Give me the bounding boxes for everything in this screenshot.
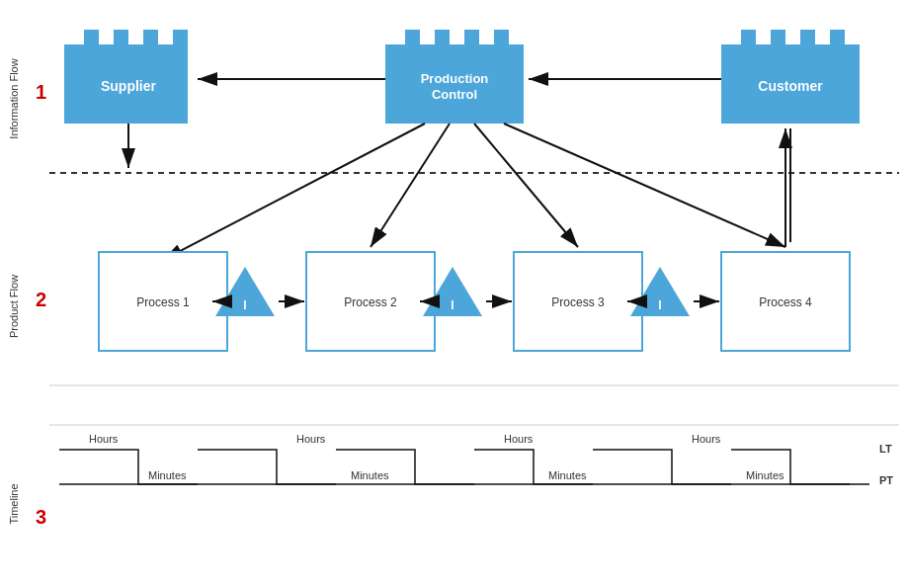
svg-text:I: I (243, 298, 246, 312)
minutes-label-2: Minutes (351, 469, 389, 481)
section-label-1: Information Flow (8, 58, 20, 138)
svg-text:Customer: Customer (758, 78, 823, 94)
svg-text:I: I (658, 298, 661, 312)
arrow-pc-to-p2 (371, 124, 450, 247)
factory-production-control: Production Control (385, 30, 524, 124)
svg-text:Process 1: Process 1 (136, 295, 190, 309)
factory-customer: Customer (721, 30, 860, 124)
svg-text:Process 3: Process 3 (551, 295, 605, 309)
inventory-triangle-1 (215, 267, 275, 316)
hours-label-2: Hours (296, 433, 326, 445)
process-box-2 (306, 252, 435, 351)
timeline-step-2 (198, 450, 336, 484)
hours-label-3: Hours (504, 433, 534, 445)
timeline-step-5 (593, 450, 731, 484)
arrow-pc-to-p3 (474, 124, 578, 247)
diagram-svg: Supplier Production Control Customer (0, 0, 907, 588)
svg-text:I: I (451, 298, 454, 312)
pt-label: PT (879, 474, 893, 486)
arrow-pc-to-p1 (163, 124, 425, 260)
process-box-1 (99, 252, 227, 351)
section-label-2: Product Flow (8, 275, 20, 338)
minutes-label-4: Minutes (746, 469, 784, 481)
svg-text:Process 2: Process 2 (344, 295, 397, 309)
svg-text:Process 4: Process 4 (759, 295, 812, 309)
arrow-pc-to-p4 (504, 124, 785, 247)
process-box-4 (721, 252, 850, 351)
row-number-3: 3 (36, 506, 46, 528)
timeline-step-4 (474, 450, 593, 484)
row-number-1: 1 (36, 81, 46, 103)
timeline-step-3 (336, 450, 474, 484)
svg-text:Control: Control (432, 87, 477, 102)
svg-text:Supplier: Supplier (101, 78, 157, 94)
row-number-2: 2 (36, 289, 46, 310)
process-box-3 (514, 252, 642, 351)
timeline-step-6 (731, 450, 850, 484)
hours-label-4: Hours (692, 433, 721, 445)
minutes-label-3: Minutes (548, 469, 587, 481)
section-label-3: Timeline (8, 483, 20, 524)
svg-text:Production: Production (421, 71, 489, 86)
minutes-label-1: Minutes (148, 469, 187, 481)
hours-label-1: Hours (89, 433, 119, 445)
diagram-container: Supplier Production Control Customer (0, 0, 907, 588)
lt-label: LT (879, 443, 892, 455)
inventory-triangle-3 (630, 267, 690, 316)
svg-marker-2 (385, 30, 524, 124)
svg-marker-0 (64, 30, 188, 124)
inventory-triangle-2 (423, 267, 482, 316)
factory-supplier: Supplier (64, 30, 188, 124)
timeline-step-1 (59, 450, 198, 484)
svg-marker-5 (721, 30, 860, 124)
